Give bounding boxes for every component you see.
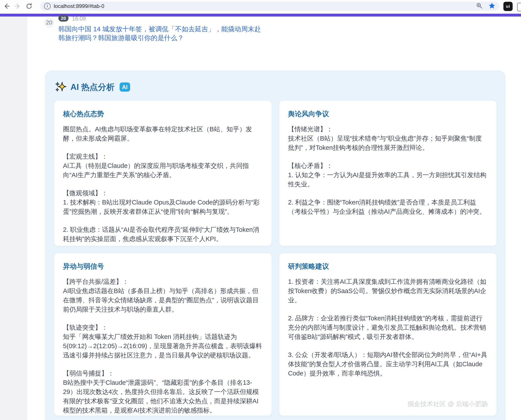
card-paragraph: 1. 投资者：关注将AI工具深度集成到工作流并拥有清晰商业化路径（如按Token… — [288, 277, 488, 305]
extension-icon[interactable]: ui — [503, 2, 513, 11]
ai-analysis-panel: AI 热点分析 AI 核心热点态势 圈层热点。AI焦虑与职场变革叙事在特定技术社… — [45, 70, 505, 420]
ai-badge: AI — [120, 82, 130, 92]
left-rail — [0, 16, 27, 420]
back-arrow-icon — [3, 3, 10, 9]
card-weak-signals: 异动与弱信号 【跨平台共振/温差】： AI职业焦虑话题在B站（多条目上榜）与知乎… — [54, 253, 272, 416]
card-paragraph: 【宏观主线】： AI工具（特别是Claude）的深度应用与职场考核变革交织，共同… — [63, 152, 263, 180]
card-opinion-controversy: 舆论风向争议 【情绪光谱】： 技术社区（B站）呈现“技术猎奇”与“职业焦虑”并存… — [279, 101, 497, 246]
card-strategy-advice: 研判策略建议 1. 投资者：关注将AI工具深度集成到工作流并拥有清晰商业化路径（… — [279, 253, 497, 416]
clipped-toolbar-icon[interactable] — [517, 3, 521, 11]
card-heading: 异动与弱信号 — [63, 262, 263, 271]
url-text[interactable]: localhost:8999/#tab-0 — [54, 3, 476, 9]
card-paragraph: 圈层热点。AI焦虑与职场变革叙事在特定技术社区（B站、知乎）发酵，但未形成全网霸… — [63, 125, 263, 143]
card-paragraph: 【跨平台共振/温差】： AI职业焦虑话题在B站（多条目上榜）与知乎（高排名）形成… — [63, 277, 263, 314]
card-heading: 核心热点态势 — [63, 110, 263, 118]
card-paragraph: 2. 利益之争：围绕“Token消耗挂钩绩效”是否合理，本质是员工利益（考核公平… — [288, 198, 488, 216]
card-paragraph: 【微观领域】： 1. 技术解构：B站出现对Claude Opus及Claude … — [63, 188, 263, 216]
panel-title: AI 热点分析 — [70, 82, 115, 93]
card-core-trend: 核心热点态势 圈层热点。AI焦虑与职场变革叙事在特定技术社区（B站、知乎）发酵，… — [54, 101, 272, 246]
card-heading: 研判策略建议 — [288, 262, 488, 271]
watermark: 掘金技术社区 @ 后端小肥肠 — [407, 400, 488, 409]
forward-arrow-icon — [14, 3, 21, 9]
timeline-timestamp: 16:09 — [72, 15, 86, 22]
card-paragraph: 【情绪光谱】： 技术社区（B站）呈现“技术猎奇”与“职业焦虑”并存；知乎则聚焦“… — [288, 125, 488, 152]
sparkles-icon — [55, 81, 67, 93]
forward-button[interactable] — [14, 2, 22, 10]
timeline-rank-badge: 20 — [58, 15, 68, 22]
bookmark-star-icon[interactable] — [488, 2, 495, 10]
reload-icon — [26, 3, 32, 9]
card-paragraph: 【核心矛盾】： 1. 认知之争：一方认为AI是提升效率的工具，另一方则担忧其引发… — [288, 161, 488, 189]
back-button[interactable] — [3, 2, 11, 10]
card-paragraph: 2. 职业焦虑：话题从“AI是否会取代程序员”延伸到“大厂绩效与Token消耗挂… — [63, 225, 263, 243]
ai-analysis-header: AI 热点分析 AI — [55, 81, 496, 93]
reload-button[interactable] — [25, 2, 33, 10]
card-paragraph: 【轨迹突变】： 知乎「网友曝某大厂绩效开始和 Token 消耗挂钩」话题轨迹为 … — [63, 323, 263, 360]
topic-headline-link[interactable]: 韩国向中国 14 城发放十年签，被调侃「不如去延吉」，能撬动周末赴 韩旅行潮吗？… — [58, 25, 263, 42]
card-paragraph: 2. 品牌方：企业若推行类似“Token消耗挂钩绩效”的考核，需提前进行充分的内… — [288, 314, 488, 341]
card-paragraph: 3. 公众（开发者/职场人）：短期内AI替代全部岗位为时尚早，但“AI+具体技能… — [288, 350, 488, 378]
timeline-rank-circle: 20 — [44, 17, 54, 28]
analysis-card-grid: 核心热点态势 圈层热点。AI焦虑与职场变革叙事在特定技术社区（B站、知乎）发酵，… — [54, 101, 496, 416]
card-heading: 舆论风向争议 — [288, 110, 488, 118]
card-paragraph: 【弱信号捕捉】： B站热搜中关于Claude“泄露源码”、“隐藏彩蛋”的多个条目… — [63, 369, 263, 415]
browser-toolbar: i localhost:8999/#tab-0 ui — [0, 0, 521, 13]
zoom-icon[interactable] — [476, 2, 483, 10]
site-info-icon[interactable]: i — [44, 3, 51, 9]
address-bar[interactable]: i localhost:8999/#tab-0 — [40, 1, 499, 11]
